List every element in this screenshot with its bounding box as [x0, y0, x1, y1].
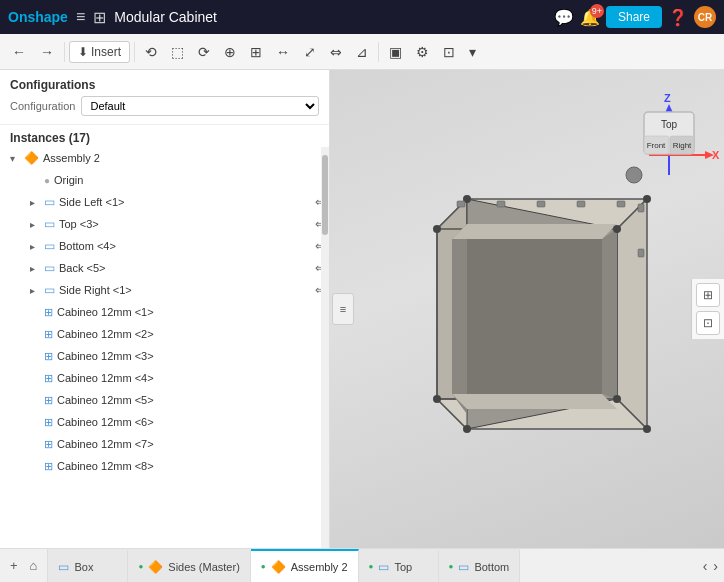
- hamburger-menu-icon[interactable]: ≡: [76, 8, 85, 26]
- toolbar-btn-mate[interactable]: ⊿: [350, 40, 374, 64]
- assembly-tab-icon-2: 🔶: [271, 560, 286, 574]
- tab-next-button[interactable]: ›: [711, 556, 720, 576]
- spacer: ▸: [30, 417, 42, 428]
- cabineo-icon: ⊞: [44, 394, 53, 407]
- tree-item-side-right[interactable]: ▸ ▭ Side Right <1> ⇔: [0, 279, 329, 301]
- chevron-down-icon: ▾: [10, 153, 22, 164]
- spacer: ▸: [30, 395, 42, 406]
- svg-marker-8: [602, 229, 617, 399]
- tab-bottom[interactable]: ● ▭ Bottom: [439, 549, 521, 582]
- insert-button[interactable]: ⬇ Insert: [69, 41, 130, 63]
- toolbar-btn-rotate[interactable]: ⟲: [139, 40, 163, 64]
- onshape-logo[interactable]: Onshape: [8, 9, 68, 25]
- config-row: Configuration Default: [10, 96, 319, 116]
- status-dot-top: ●: [369, 562, 374, 571]
- svg-rect-25: [638, 249, 644, 257]
- part-tab-icon-bottom: ▭: [458, 560, 469, 574]
- navigation-cube[interactable]: Z X Top Front Right: [614, 80, 714, 180]
- tree-label-cabineo7: Cabineo 12mm <7>: [57, 438, 325, 450]
- tree-item-assembly2[interactable]: ▾ 🔶 Assembly 2: [0, 147, 329, 169]
- header: Onshape ≡ ⊞ Modular Cabinet 💬 🔔9+ Share …: [0, 0, 724, 34]
- 3d-viewport[interactable]: Z X Top Front Right ≡: [330, 70, 724, 548]
- spacer: ▸: [30, 351, 42, 362]
- viewport-icon-box[interactable]: ⊡: [696, 311, 720, 335]
- assembly-icon: 🔶: [24, 151, 39, 165]
- tree-item-cabineo8[interactable]: ▸ ⊞ Cabineo 12mm <8>: [0, 455, 329, 477]
- toolbar-btn-mirror[interactable]: ↔: [270, 40, 296, 64]
- forward-button[interactable]: →: [34, 40, 60, 64]
- tree-item-cabineo4[interactable]: ▸ ⊞ Cabineo 12mm <4>: [0, 367, 329, 389]
- toolbar-btn-move[interactable]: ⤢: [298, 40, 322, 64]
- cabineo-icon: ⊞: [44, 460, 53, 473]
- back-button[interactable]: ←: [6, 40, 32, 64]
- insert-icon: ⬇: [78, 45, 88, 59]
- tree-item-bottom[interactable]: ▸ ▭ Bottom <4> ⇐: [0, 235, 329, 257]
- tab-top[interactable]: ● ▭ Top: [359, 549, 439, 582]
- spacer: ▸: [30, 461, 42, 472]
- spacer: ▸: [30, 307, 42, 318]
- tree-label-cabineo2: Cabineo 12mm <2>: [57, 328, 325, 340]
- tree-item-origin[interactable]: ▸ ● Origin: [0, 169, 329, 191]
- tree-item-back[interactable]: ▸ ▭ Back <5> ⇐: [0, 257, 329, 279]
- svg-rect-22: [577, 201, 585, 207]
- svg-point-17: [463, 425, 471, 433]
- header-actions: 💬 🔔9+ Share ❓ CR: [554, 6, 716, 28]
- tree-item-cabineo1[interactable]: ▸ ⊞ Cabineo 12mm <1>: [0, 301, 329, 323]
- toolbar-btn-section[interactable]: ▣: [383, 40, 408, 64]
- tabs-container: ▭ Box ● 🔶 Sides (Master) ● 🔶 Assembly 2 …: [48, 549, 696, 582]
- scrollbar-track[interactable]: [321, 147, 329, 548]
- nav-cube-svg: Z X Top Front Right: [614, 80, 724, 190]
- tree-label-side-left: Side Left <1>: [59, 196, 311, 208]
- spacer: ▸: [30, 373, 42, 384]
- panel-toggle-button[interactable]: ≡: [332, 293, 354, 325]
- tree-item-cabineo5[interactable]: ▸ ⊞ Cabineo 12mm <5>: [0, 389, 329, 411]
- panel-toggle-area: ≡: [332, 293, 354, 325]
- chat-icon[interactable]: 💬: [554, 8, 574, 27]
- home-button[interactable]: ⌂: [25, 555, 43, 576]
- toolbar-btn-align[interactable]: ⇔: [324, 40, 348, 64]
- toolbar-btn-pattern[interactable]: ⊞: [244, 40, 268, 64]
- avatar[interactable]: CR: [694, 6, 716, 28]
- toolbar-btn-render[interactable]: ⊡: [437, 40, 461, 64]
- configurations-title: Configurations: [10, 78, 319, 92]
- toolbar-separator: [64, 42, 65, 62]
- viewport-icon-grid[interactable]: ⊞: [696, 283, 720, 307]
- configurations-section: Configurations Configuration Default: [0, 70, 329, 125]
- share-button[interactable]: Share: [606, 6, 662, 28]
- svg-text:X: X: [712, 149, 720, 161]
- toolbar-btn-extrude[interactable]: ⬚: [165, 40, 190, 64]
- add-tab-button[interactable]: +: [5, 555, 23, 576]
- svg-marker-10: [452, 394, 617, 409]
- tab-sides-master[interactable]: ● 🔶 Sides (Master): [128, 549, 250, 582]
- toolbar-btn-transform[interactable]: ⊕: [218, 40, 242, 64]
- notification-badge: 9+: [590, 4, 604, 18]
- tree-item-top[interactable]: ▸ ▭ Top <3> ⇐: [0, 213, 329, 235]
- svg-marker-6: [452, 239, 602, 394]
- notifications-icon[interactable]: 🔔9+: [580, 8, 600, 27]
- spacer: ▸: [30, 329, 42, 340]
- svg-point-13: [433, 395, 441, 403]
- tree-item-cabineo6[interactable]: ▸ ⊞ Cabineo 12mm <6>: [0, 411, 329, 433]
- svg-point-16: [643, 195, 651, 203]
- part-icon: ▭: [44, 195, 55, 209]
- tree-label-bottom: Bottom <4>: [59, 240, 311, 252]
- viewport-right-panel: ⊞ ⊡: [691, 279, 724, 339]
- bottom-tabs: + ⌂ ▭ Box ● 🔶 Sides (Master) ● 🔶 Assembl…: [0, 548, 724, 582]
- toolbar-btn-revolve[interactable]: ⟳: [192, 40, 216, 64]
- tree-item-side-left[interactable]: ▸ ▭ Side Left <1> ⇐: [0, 191, 329, 213]
- tree-item-cabineo2[interactable]: ▸ ⊞ Cabineo 12mm <2>: [0, 323, 329, 345]
- tab-prev-button[interactable]: ‹: [701, 556, 710, 576]
- tab-box[interactable]: ▭ Box: [48, 549, 128, 582]
- settings-icon[interactable]: ⊞: [93, 8, 106, 27]
- toolbar-btn-settings[interactable]: ⚙: [410, 40, 435, 64]
- help-icon[interactable]: ❓: [668, 8, 688, 27]
- tree-item-cabineo7[interactable]: ▸ ⊞ Cabineo 12mm <7>: [0, 433, 329, 455]
- config-select[interactable]: Default: [81, 96, 319, 116]
- toolbar-btn-more[interactable]: ▾: [463, 40, 482, 64]
- svg-marker-2: [617, 199, 647, 429]
- tab-assembly2[interactable]: ● 🔶 Assembly 2: [251, 549, 359, 582]
- toolbar: ← → ⬇ Insert ⟲ ⬚ ⟳ ⊕ ⊞ ↔ ⤢ ⇔ ⊿ ▣ ⚙ ⊡ ▾: [0, 34, 724, 70]
- svg-point-12: [613, 225, 621, 233]
- tree-item-cabineo3[interactable]: ▸ ⊞ Cabineo 12mm <3>: [0, 345, 329, 367]
- scrollbar-thumb[interactable]: [322, 155, 328, 235]
